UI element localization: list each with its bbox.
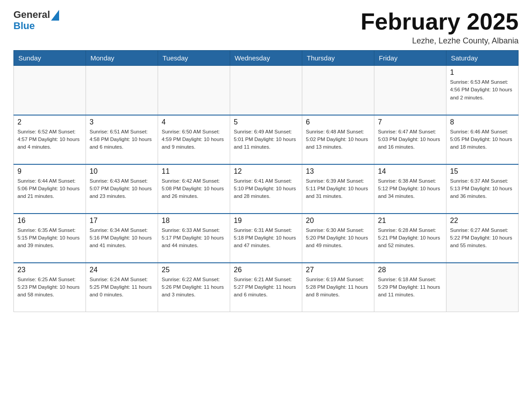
calendar-week-row: 9Sunrise: 6:44 AM Sunset: 5:06 PM Daylig… — [14, 164, 519, 214]
table-row: 25Sunrise: 6:22 AM Sunset: 5:26 PM Dayli… — [158, 263, 230, 312]
table-row: 2Sunrise: 6:52 AM Sunset: 4:57 PM Daylig… — [14, 115, 86, 164]
col-wednesday: Wednesday — [230, 51, 302, 66]
day-number: 11 — [162, 167, 226, 176]
table-row: 23Sunrise: 6:25 AM Sunset: 5:23 PM Dayli… — [14, 263, 86, 312]
logo-arrow-icon — [51, 10, 59, 21]
calendar-week-row: 1Sunrise: 6:53 AM Sunset: 4:56 PM Daylig… — [14, 66, 519, 115]
logo-general-text: General — [13, 9, 50, 20]
table-row: 7Sunrise: 6:47 AM Sunset: 5:03 PM Daylig… — [374, 115, 446, 164]
col-friday: Friday — [374, 51, 446, 66]
table-row: 28Sunrise: 6:18 AM Sunset: 5:29 PM Dayli… — [374, 263, 446, 312]
table-row: 20Sunrise: 6:30 AM Sunset: 5:20 PM Dayli… — [302, 214, 374, 263]
day-number: 20 — [306, 217, 370, 225]
location-subtitle: Lezhe, Lezhe County, Albania — [360, 36, 519, 46]
table-row: 13Sunrise: 6:39 AM Sunset: 5:11 PM Dayli… — [302, 164, 374, 214]
day-number: 8 — [450, 118, 515, 126]
svg-marker-0 — [51, 10, 59, 21]
table-row: 21Sunrise: 6:28 AM Sunset: 5:21 PM Dayli… — [374, 214, 446, 263]
table-row — [230, 66, 302, 115]
table-row: 10Sunrise: 6:43 AM Sunset: 5:07 PM Dayli… — [86, 164, 158, 214]
table-row: 8Sunrise: 6:46 AM Sunset: 5:05 PM Daylig… — [446, 115, 519, 164]
day-info: Sunrise: 6:28 AM Sunset: 5:21 PM Dayligh… — [378, 227, 442, 250]
day-number: 21 — [378, 217, 442, 225]
day-info: Sunrise: 6:35 AM Sunset: 5:15 PM Dayligh… — [17, 227, 82, 250]
day-info: Sunrise: 6:52 AM Sunset: 4:57 PM Dayligh… — [17, 128, 82, 151]
day-info: Sunrise: 6:22 AM Sunset: 5:26 PM Dayligh… — [162, 276, 226, 299]
table-row: 24Sunrise: 6:24 AM Sunset: 5:25 PM Dayli… — [86, 263, 158, 312]
table-row — [14, 66, 86, 115]
day-number: 26 — [234, 266, 298, 274]
day-number: 18 — [162, 217, 226, 225]
day-number: 19 — [234, 217, 298, 225]
day-number: 1 — [450, 68, 515, 77]
day-info: Sunrise: 6:25 AM Sunset: 5:23 PM Dayligh… — [17, 276, 82, 299]
title-section: February 2025 Lezhe, Lezhe County, Alban… — [360, 9, 519, 46]
day-number: 7 — [378, 118, 442, 126]
table-row: 4Sunrise: 6:50 AM Sunset: 4:59 PM Daylig… — [158, 115, 230, 164]
day-info: Sunrise: 6:37 AM Sunset: 5:13 PM Dayligh… — [450, 177, 515, 201]
col-thursday: Thursday — [302, 51, 374, 66]
day-number: 27 — [306, 266, 370, 274]
logo: General Blue — [13, 9, 59, 31]
table-row: 15Sunrise: 6:37 AM Sunset: 5:13 PM Dayli… — [446, 164, 519, 214]
day-info: Sunrise: 6:49 AM Sunset: 5:01 PM Dayligh… — [234, 128, 298, 151]
day-info: Sunrise: 6:48 AM Sunset: 5:02 PM Dayligh… — [306, 128, 370, 151]
day-number: 16 — [17, 217, 82, 225]
day-info: Sunrise: 6:27 AM Sunset: 5:22 PM Dayligh… — [450, 227, 515, 250]
table-row: 9Sunrise: 6:44 AM Sunset: 5:06 PM Daylig… — [14, 164, 86, 214]
day-info: Sunrise: 6:30 AM Sunset: 5:20 PM Dayligh… — [306, 227, 370, 250]
day-number: 13 — [306, 167, 370, 176]
table-row: 19Sunrise: 6:31 AM Sunset: 5:18 PM Dayli… — [230, 214, 302, 263]
day-info: Sunrise: 6:33 AM Sunset: 5:17 PM Dayligh… — [162, 227, 226, 250]
month-title: February 2025 — [360, 9, 519, 34]
table-row: 6Sunrise: 6:48 AM Sunset: 5:02 PM Daylig… — [302, 115, 374, 164]
calendar-week-row: 23Sunrise: 6:25 AM Sunset: 5:23 PM Dayli… — [14, 263, 519, 312]
col-monday: Monday — [86, 51, 158, 66]
table-row: 11Sunrise: 6:42 AM Sunset: 5:08 PM Dayli… — [158, 164, 230, 214]
day-info: Sunrise: 6:44 AM Sunset: 5:06 PM Dayligh… — [17, 177, 82, 201]
day-info: Sunrise: 6:38 AM Sunset: 5:12 PM Dayligh… — [378, 177, 442, 201]
day-info: Sunrise: 6:46 AM Sunset: 5:05 PM Dayligh… — [450, 128, 515, 151]
day-info: Sunrise: 6:19 AM Sunset: 5:28 PM Dayligh… — [306, 276, 370, 299]
day-info: Sunrise: 6:39 AM Sunset: 5:11 PM Dayligh… — [306, 177, 370, 201]
day-info: Sunrise: 6:43 AM Sunset: 5:07 PM Dayligh… — [90, 177, 154, 201]
table-row — [158, 66, 230, 115]
day-info: Sunrise: 6:24 AM Sunset: 5:25 PM Dayligh… — [90, 276, 154, 299]
calendar-table: Sunday Monday Tuesday Wednesday Thursday… — [13, 50, 519, 312]
table-row: 22Sunrise: 6:27 AM Sunset: 5:22 PM Dayli… — [446, 214, 519, 263]
table-row: 17Sunrise: 6:34 AM Sunset: 5:16 PM Dayli… — [86, 214, 158, 263]
day-info: Sunrise: 6:34 AM Sunset: 5:16 PM Dayligh… — [90, 227, 154, 250]
col-tuesday: Tuesday — [158, 51, 230, 66]
day-number: 3 — [90, 118, 154, 126]
day-info: Sunrise: 6:50 AM Sunset: 4:59 PM Dayligh… — [162, 128, 226, 151]
table-row: 1Sunrise: 6:53 AM Sunset: 4:56 PM Daylig… — [446, 66, 519, 115]
day-info: Sunrise: 6:31 AM Sunset: 5:18 PM Dayligh… — [234, 227, 298, 250]
table-row: 12Sunrise: 6:41 AM Sunset: 5:10 PM Dayli… — [230, 164, 302, 214]
day-number: 4 — [162, 118, 226, 126]
day-info: Sunrise: 6:42 AM Sunset: 5:08 PM Dayligh… — [162, 177, 226, 201]
day-number: 23 — [17, 266, 82, 274]
table-row: 3Sunrise: 6:51 AM Sunset: 4:58 PM Daylig… — [86, 115, 158, 164]
day-info: Sunrise: 6:51 AM Sunset: 4:58 PM Dayligh… — [90, 128, 154, 151]
table-row: 16Sunrise: 6:35 AM Sunset: 5:15 PM Dayli… — [14, 214, 86, 263]
day-number: 9 — [17, 167, 82, 176]
calendar-week-row: 2Sunrise: 6:52 AM Sunset: 4:57 PM Daylig… — [14, 115, 519, 164]
table-row — [86, 66, 158, 115]
calendar-header-row: Sunday Monday Tuesday Wednesday Thursday… — [14, 51, 519, 66]
page-header: General Blue February 2025 Lezhe, Lezhe … — [13, 9, 519, 46]
table-row: 5Sunrise: 6:49 AM Sunset: 5:01 PM Daylig… — [230, 115, 302, 164]
col-saturday: Saturday — [446, 51, 519, 66]
day-info: Sunrise: 6:41 AM Sunset: 5:10 PM Dayligh… — [234, 177, 298, 201]
table-row: 26Sunrise: 6:21 AM Sunset: 5:27 PM Dayli… — [230, 263, 302, 312]
day-number: 25 — [162, 266, 226, 274]
day-number: 28 — [378, 266, 442, 274]
table-row: 18Sunrise: 6:33 AM Sunset: 5:17 PM Dayli… — [158, 214, 230, 263]
table-row — [374, 66, 446, 115]
day-number: 2 — [17, 118, 82, 126]
table-row: 27Sunrise: 6:19 AM Sunset: 5:28 PM Dayli… — [302, 263, 374, 312]
calendar-week-row: 16Sunrise: 6:35 AM Sunset: 5:15 PM Dayli… — [14, 214, 519, 263]
day-number: 22 — [450, 217, 515, 225]
day-number: 14 — [378, 167, 442, 176]
day-info: Sunrise: 6:18 AM Sunset: 5:29 PM Dayligh… — [378, 276, 442, 299]
table-row — [302, 66, 374, 115]
